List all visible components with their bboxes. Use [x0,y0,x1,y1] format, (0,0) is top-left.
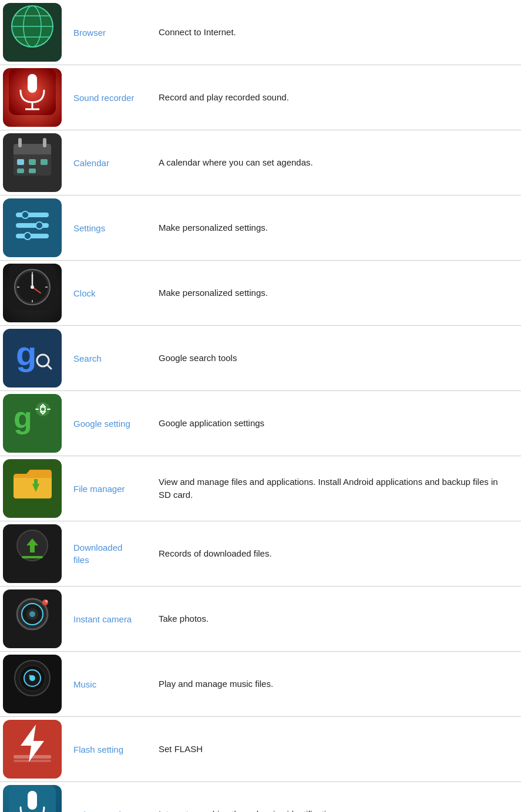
settings-icon [3,198,62,257]
app-description: Records of downloaded files. [147,521,521,587]
table-row: g Google setting Google application sett… [0,391,521,456]
svg-text:g: g [16,334,36,372]
table-row: g Search Google search tools [0,326,521,391]
browser-icon [3,3,62,62]
table-row: File manager View and manage files and a… [0,456,521,521]
table-row: Flash setting Set FLASH [0,717,521,782]
svg-rect-71 [28,791,37,810]
table-row: Browser Connect to Internet. [0,0,521,65]
svg-rect-18 [41,159,48,165]
calendar-icon [3,133,62,192]
svg-rect-20 [29,169,36,173]
app-name[interactable]: Downloaded files [65,521,147,587]
app-description: Internet searching through voice identif… [147,782,521,813]
music-icon [3,655,62,713]
app-description: Play and manage music files. [147,652,521,717]
app-name[interactable]: Instant camera [65,587,147,652]
app-description: Connect to Internet. [147,0,521,65]
app-icon-cell [0,456,65,521]
app-icon-cell [0,0,65,65]
app-icon-cell [0,782,65,813]
app-name[interactable]: Browser [65,0,147,65]
app-icon-cell [0,65,65,130]
app-description: Google application settings [147,391,521,456]
app-description: Make personalized settings. [147,261,521,326]
svg-rect-48 [34,479,38,485]
app-description: A calendar where you can set agendas. [147,130,521,196]
app-name[interactable]: Clock [65,261,147,326]
svg-rect-52 [22,556,43,558]
app-icon-cell: g [0,326,65,391]
app-description: Make personalized settings. [147,196,521,261]
app-name[interactable]: Calendar [65,130,147,196]
app-description: View and manage files and applications. … [147,456,521,521]
voice-search-icon [3,785,62,812]
app-name[interactable]: Sound recorder [65,65,147,130]
svg-rect-14 [18,138,22,147]
svg-rect-13 [14,149,51,154]
table-row: Clock Make personalized settings. [0,261,521,326]
app-description: Record and play recorded sound. [147,65,521,130]
table-row: Calendar A calendar where you can set ag… [0,130,521,196]
app-icon-cell [0,717,65,782]
svg-text:g: g [14,400,32,434]
search-icon: g [3,329,62,388]
file-manager-icon [3,459,62,518]
table-row: Instant camera Take photos. [0,587,521,652]
svg-rect-26 [16,234,49,238]
app-icon-cell: g [0,391,65,456]
svg-rect-68 [14,755,51,759]
svg-rect-69 [14,760,51,762]
svg-rect-17 [29,159,36,165]
svg-point-59 [45,600,48,602]
app-name[interactable]: Music [65,652,147,717]
app-name[interactable]: Voice search [65,782,147,813]
svg-rect-15 [43,138,46,147]
svg-point-58 [42,599,48,605]
app-description: Google search tools [147,326,521,391]
app-icon-cell [0,652,65,717]
instant-camera-icon [3,589,62,648]
table-row: Settings Make personalized settings. [0,196,521,261]
downloaded-files-icon [3,524,62,583]
app-name[interactable]: Flash setting [65,717,147,782]
app-list-table: Browser Connect to Internet. [0,0,521,812]
table-row: Music Play and manage music files. [0,652,521,717]
svg-rect-19 [17,169,24,173]
table-row: Sound recorder Record and play recorded … [0,65,521,130]
app-name[interactable]: Settings [65,196,147,261]
svg-point-65 [29,675,31,677]
app-icon-cell [0,587,65,652]
svg-point-23 [22,211,29,218]
svg-point-57 [29,611,35,617]
svg-point-33 [31,285,34,289]
app-name[interactable]: File manager [65,456,147,521]
app-icon-cell [0,521,65,587]
table-row: Downloaded files Records of downloaded f… [0,521,521,587]
app-name[interactable]: Search [65,326,147,391]
svg-rect-24 [16,223,49,228]
svg-point-27 [24,233,31,240]
sound-recorder-icon [3,68,62,127]
google-setting-icon: g [3,394,62,453]
table-row: Voice search Internet searching through … [0,782,521,813]
clock-icon [3,264,62,322]
app-icon-cell [0,196,65,261]
svg-rect-16 [17,159,24,165]
app-icon-cell [0,130,65,196]
flash-setting-icon [3,720,62,779]
app-description: Take photos. [147,587,521,652]
svg-point-25 [36,222,43,229]
app-name[interactable]: Google setting [65,391,147,456]
svg-rect-22 [16,213,49,217]
app-icon-cell [0,261,65,326]
svg-rect-7 [28,74,37,93]
app-description: Set FLASH [147,717,521,782]
